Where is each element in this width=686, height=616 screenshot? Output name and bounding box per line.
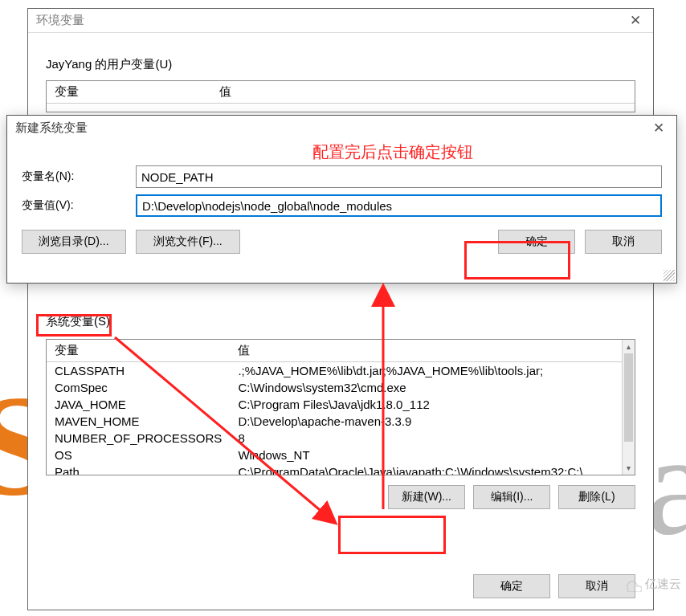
delete-button[interactable]: 删除(L) — [558, 485, 635, 509]
var-name-label: 变量名(N): — [22, 169, 126, 184]
scrollbar-vertical[interactable]: ▴ ▾ — [622, 340, 635, 475]
watermark: 亿速云 — [623, 577, 681, 592]
table-row: JAVA_HOMEC:\Program Files\Java\jdk1.8.0_… — [47, 396, 635, 413]
col-header-variable[interactable]: 变量 — [47, 340, 230, 362]
newvar-ok-button[interactable]: 确定 — [498, 230, 575, 254]
env-dialog-titlebar[interactable]: 环境变量 ✕ — [28, 9, 653, 33]
new-sysvar-dialog: 新建系统变量 ✕ 配置完后点击确定按钮 变量名(N): 变量值(V): 浏览目录… — [6, 115, 677, 284]
user-vars-table[interactable]: 变量 值 — [46, 80, 635, 112]
user-vars-label: JayYang 的用户变量(U) — [46, 57, 653, 72]
scroll-up-icon[interactable]: ▴ — [623, 340, 635, 353]
annotation-text: 配置完后点击确定按钮 — [312, 141, 473, 163]
newvar-title: 新建系统变量 — [15, 120, 88, 136]
table-row: PathC:\ProgramData\Oracle\Java\javapath;… — [47, 463, 635, 475]
var-name-input[interactable] — [136, 165, 662, 188]
var-value-label: 变量值(V): — [22, 198, 126, 213]
table-row: CLASSPATH.;%JAVA_HOME%\lib\dt.jar;%JAVA_… — [47, 362, 635, 380]
var-value-input[interactable] — [136, 194, 662, 217]
env-dialog-title: 环境变量 — [36, 13, 84, 28]
browse-file-button[interactable]: 浏览文件(F)... — [136, 230, 240, 254]
system-vars-table[interactable]: 变量 值 CLASSPATH.;%JAVA_HOME%\lib\dt.jar;%… — [46, 339, 635, 475]
newvar-cancel-button[interactable]: 取消 — [585, 230, 662, 254]
col-header-variable[interactable]: 变量 — [47, 81, 211, 104]
system-vars-label: 系统变量(S) — [46, 314, 110, 328]
scroll-thumb[interactable] — [624, 353, 633, 442]
table-row: NUMBER_OF_PROCESSORS8 — [47, 430, 635, 447]
close-icon[interactable]: ✕ — [641, 116, 676, 140]
browse-dir-button[interactable]: 浏览目录(D)... — [22, 230, 126, 254]
new-button[interactable]: 新建(W)... — [388, 485, 465, 509]
env-vars-dialog: 环境变量 ✕ JayYang 的用户变量(U) 变量 值 系统变量(S) 变量 … — [27, 8, 654, 610]
table-row: OSWindows_NT — [47, 447, 635, 463]
env-ok-button[interactable]: 确定 — [473, 574, 550, 598]
resize-grip-icon[interactable] — [664, 270, 675, 281]
newvar-titlebar[interactable]: 新建系统变量 ✕ — [7, 116, 676, 140]
table-row: MAVEN_HOMED:\Develop\apache-maven-3.3.9 — [47, 413, 635, 430]
col-header-value[interactable]: 值 — [211, 81, 635, 104]
edit-button[interactable]: 编辑(I)... — [473, 485, 550, 509]
scroll-down-icon[interactable]: ▾ — [623, 461, 635, 475]
watermark-text: 亿速云 — [645, 577, 681, 592]
close-icon[interactable]: ✕ — [618, 9, 653, 32]
col-header-value[interactable]: 值 — [230, 340, 635, 362]
table-row: ComSpecC:\Windows\system32\cmd.exe — [47, 379, 635, 396]
